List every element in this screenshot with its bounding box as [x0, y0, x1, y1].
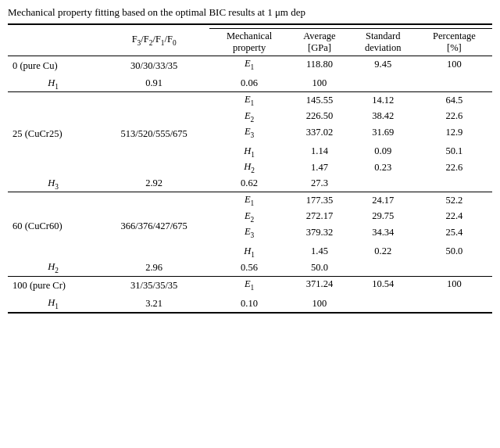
avg-value: 0.91: [98, 76, 209, 92]
group-label: 0 (pure Cu): [8, 56, 98, 76]
pct-value: 50.0: [416, 244, 492, 260]
std-value: 29.75: [350, 209, 416, 225]
table-row: H22.960.5650.0: [8, 260, 492, 276]
avg-value: 3.21: [98, 296, 209, 313]
pct-value: 22.4: [416, 209, 492, 225]
mech-prop: E3: [209, 224, 289, 241]
group-label: 60 (CuCr60): [8, 192, 98, 260]
forces-label: 513/520/555/675: [98, 92, 209, 176]
table-row: 100 (pure Cr)31/35/35/35E1371.2410.54100: [8, 276, 492, 292]
pct-value: 100: [289, 296, 350, 313]
avg-value: 337.02: [289, 124, 350, 141]
table-row: 60 (CuCr60)366/376/427/675E1177.3524.175…: [8, 192, 492, 209]
pct-value: 50.1: [416, 144, 492, 160]
avg-value: 2.96: [98, 260, 209, 276]
pct-value: 22.6: [416, 109, 492, 125]
pct-value: 27.3: [289, 176, 350, 192]
table-row: 25 (CuCr25)513/520/555/675E1145.5514.126…: [8, 92, 492, 109]
pct-value: 100: [416, 276, 492, 292]
pct-value: 52.2: [416, 192, 492, 209]
mech-prop: E2: [209, 109, 289, 125]
std-value: 0.23: [350, 159, 416, 176]
col-cr-header: [8, 24, 98, 56]
col-mechprop-header: Mechanicalproperty: [209, 29, 289, 56]
forces-label: 30/30/33/35: [98, 56, 209, 76]
mech-prop: E1: [209, 92, 289, 109]
mech-prop: E1: [209, 276, 289, 292]
pct-value: 22.6: [416, 159, 492, 176]
mech-prop: E3: [209, 124, 289, 141]
std-value: 14.12: [350, 92, 416, 109]
table-body: 0 (pure Cu)30/30/33/35E1118.809.45100H10…: [8, 56, 492, 313]
mech-prop: H3: [8, 176, 98, 192]
avg-value: 145.55: [289, 92, 350, 109]
pct-value: 50.0: [289, 260, 350, 276]
avg-value: 272.17: [289, 209, 350, 225]
page: Mechanical property fitting based on the…: [0, 0, 500, 320]
mech-prop: E1: [209, 192, 289, 209]
table-row: H32.920.6227.3: [8, 176, 492, 192]
pct-value: 64.5: [416, 92, 492, 109]
std-value: 34.34: [350, 224, 416, 241]
std-value: 10.54: [350, 276, 416, 292]
std-value: 0.22: [350, 244, 416, 260]
col-forces-header: F3/F2/F1/F0: [98, 24, 209, 56]
pct-value: 12.9: [416, 124, 492, 141]
avg-value: 2.92: [98, 176, 209, 192]
std-value: 0.56: [209, 260, 289, 276]
table-row: 0 (pure Cu)30/30/33/35E1118.809.45100: [8, 56, 492, 73]
mech-prop: H1: [209, 144, 289, 160]
std-value: 38.42: [350, 109, 416, 125]
table-row: H13.210.10100: [8, 296, 492, 313]
pct-value: 100: [289, 76, 350, 92]
std-value: 0.09: [350, 144, 416, 160]
std-value: 9.45: [350, 56, 416, 73]
data-table: F3/F2/F1/F0 Mechanicalproperty Average[G…: [8, 23, 492, 314]
forces-label: 366/376/427/675: [98, 192, 209, 260]
mech-prop: H1: [209, 244, 289, 260]
std-value: 0.10: [209, 296, 289, 313]
avg-value: 177.35: [289, 192, 350, 209]
avg-value: 379.32: [289, 224, 350, 241]
page-title: Mechanical property fitting based on the…: [8, 6, 492, 19]
table-row: H10.910.06100: [8, 76, 492, 92]
mech-prop: E1: [209, 56, 289, 73]
avg-value: 1.47: [289, 159, 350, 176]
mech-prop: H1: [8, 76, 98, 92]
col-avg-header: Average[GPa]: [289, 29, 350, 56]
group-label: 100 (pure Cr): [8, 276, 98, 296]
avg-value: 371.24: [289, 276, 350, 292]
mech-prop: E2: [209, 209, 289, 225]
std-value: 24.17: [350, 192, 416, 209]
mech-prop: H2: [209, 159, 289, 176]
mech-prop: H1: [8, 296, 98, 313]
group-label: 25 (CuCr25): [8, 92, 98, 176]
mech-prop: H2: [8, 260, 98, 276]
std-value: 0.06: [209, 76, 289, 92]
col-pct-header: Percentage[%]: [416, 29, 492, 56]
pct-value: 25.4: [416, 224, 492, 241]
avg-value: 1.45: [289, 244, 350, 260]
std-value: 0.62: [209, 176, 289, 192]
col-std-header: Standarddeviation: [350, 29, 416, 56]
avg-value: 226.50: [289, 109, 350, 125]
avg-value: 118.80: [289, 56, 350, 73]
avg-value: 1.14: [289, 144, 350, 160]
pct-value: 100: [416, 56, 492, 73]
forces-label: 31/35/35/35: [98, 276, 209, 296]
std-value: 31.69: [350, 124, 416, 141]
